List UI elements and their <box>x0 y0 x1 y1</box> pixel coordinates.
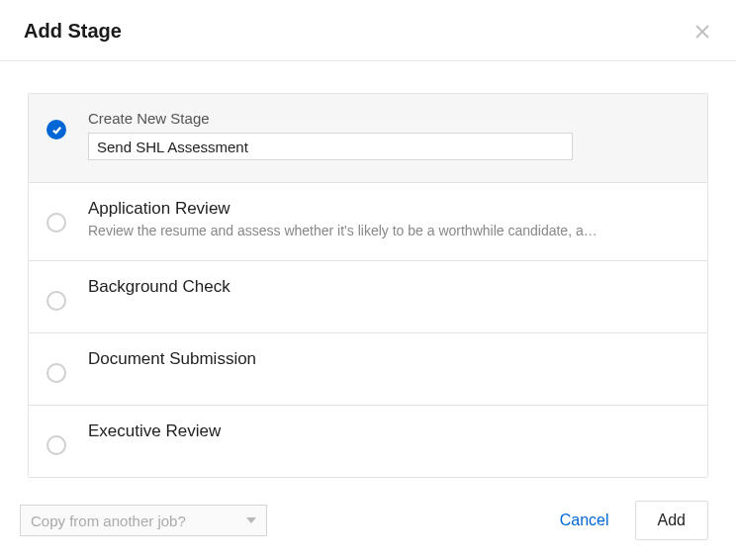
cancel-button[interactable]: Cancel <box>556 506 613 535</box>
option-title: Executive Review <box>88 421 690 441</box>
add-button[interactable]: Add <box>635 501 708 540</box>
option-description: Review the resume and assess whether it'… <box>88 223 642 238</box>
option-content: Document Submission <box>88 349 690 373</box>
stage-options-list: Create New Stage Application Review Revi… <box>28 93 708 478</box>
option-content: Create New Stage <box>88 110 690 160</box>
option-content: Background Check <box>88 277 690 301</box>
create-new-stage-label: Create New Stage <box>88 110 690 127</box>
footer-actions: Cancel Add <box>556 501 708 540</box>
modal-title: Add Stage <box>24 20 122 43</box>
option-title: Application Review <box>88 199 690 219</box>
radio-unselected[interactable] <box>46 291 66 311</box>
option-create-new-stage[interactable]: Create New Stage <box>29 94 707 183</box>
radio-unselected[interactable] <box>46 213 66 233</box>
option-executive-review[interactable]: Executive Review <box>29 406 707 477</box>
copy-from-job-select[interactable]: Copy from another job? <box>20 505 267 536</box>
check-icon <box>51 125 62 136</box>
option-application-review[interactable]: Application Review Review the resume and… <box>29 183 707 261</box>
option-content: Application Review Review the resume and… <box>88 199 690 238</box>
option-background-check[interactable]: Background Check <box>29 261 707 333</box>
chevron-down-icon <box>246 517 256 523</box>
option-content: Executive Review <box>88 421 690 445</box>
option-document-submission[interactable]: Document Submission <box>29 333 707 406</box>
modal-header: Add Stage <box>0 0 736 61</box>
radio-unselected[interactable] <box>46 435 66 455</box>
close-icon[interactable] <box>692 22 712 42</box>
modal-footer: Copy from another job? Cancel Add <box>0 501 736 540</box>
new-stage-name-input[interactable] <box>88 133 573 160</box>
copy-placeholder: Copy from another job? <box>31 513 186 529</box>
option-title: Document Submission <box>88 349 690 369</box>
modal-body: Create New Stage Application Review Revi… <box>0 61 736 478</box>
option-title: Background Check <box>88 277 690 297</box>
radio-selected[interactable] <box>46 120 66 140</box>
radio-unselected[interactable] <box>46 363 66 383</box>
